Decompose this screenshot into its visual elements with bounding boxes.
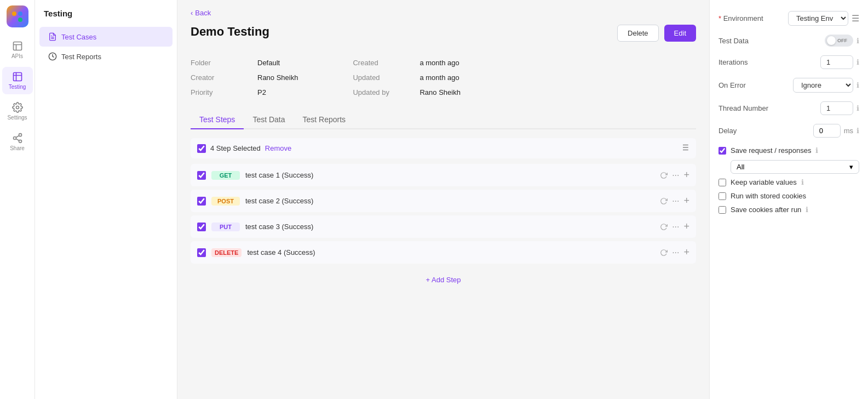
on-error-select[interactable]: Ignore [793,78,853,93]
delay-label: Delay [718,127,737,135]
thread-number-control: ℹ [820,101,859,115]
meta-label-updated-by: Updated by [353,87,413,98]
keep-variable-info-icon: ℹ [801,178,804,186]
back-arrow-icon: ‹ [191,9,193,17]
save-requests-dropdown[interactable]: All ▾ [731,160,859,174]
add-step-button[interactable]: + Add Step [191,267,696,293]
svg-point-4 [19,140,21,142]
delay-input[interactable] [813,124,841,138]
delay-info-icon: ℹ [856,127,859,135]
step-actions: ··· + [660,221,689,232]
table-row: GET test case 1 (Success) ··· + [191,164,696,186]
content-area: ‹ Back Demo Testing Delete Edit Folder D… [177,0,709,399]
test-data-info-icon: ℹ [856,37,859,45]
environment-select[interactable]: Testing Env [788,11,848,26]
save-cookies-info-icon: ℹ [806,206,808,214]
sort-icon[interactable] [680,142,689,154]
iterations-label: Iterations [718,58,748,66]
select-all-checkbox[interactable] [197,144,206,153]
steps-header-left: 4 Step Selected Remove [197,144,291,153]
nav-label-settings: Settings [7,115,27,121]
step-checkbox[interactable] [197,197,206,206]
logo-dot-1 [12,12,16,16]
sidebar-label-test-cases: Test Cases [61,33,96,41]
add-below-icon[interactable]: + [683,247,689,258]
refresh-icon[interactable] [660,197,668,205]
tab-test-reports[interactable]: Test Reports [294,111,355,129]
step-name: test case 4 (Success) [247,248,654,256]
test-data-toggle[interactable]: OFF [825,35,853,47]
nav-item-apis[interactable]: APIs [2,36,33,64]
more-options-icon[interactable]: ··· [672,170,679,180]
method-badge: GET [211,171,240,180]
save-cookies-checkbox[interactable] [718,206,726,214]
main-wrapper: ‹ Back Demo Testing Delete Edit Folder D… [177,0,868,399]
test-data-label: Test Data [718,37,749,45]
keep-variable-checkbox[interactable] [718,179,726,186]
environment-control: Testing Env ☰ [788,11,859,26]
add-below-icon[interactable]: + [683,221,689,232]
save-requests-option-row: All ▾ [731,160,859,174]
nav-item-testing[interactable]: Testing [2,67,33,94]
run-stored-cookies-checkbox[interactable] [718,192,726,200]
table-row: POST test case 2 (Success) ··· + [191,190,696,212]
save-cookies-row: Save cookies after run ℹ [718,206,859,214]
save-requests-section: Save request / responses ℹ All ▾ [718,146,859,174]
refresh-icon[interactable] [660,172,668,179]
dropdown-chevron-icon: ▾ [849,163,853,171]
sidebar-title: Testing [35,9,177,27]
svg-line-5 [16,139,19,140]
add-below-icon[interactable]: + [683,169,689,181]
iterations-input[interactable]: 1 [820,55,853,69]
thread-number-input[interactable] [820,101,853,115]
iterations-control: 1 ℹ [820,55,859,69]
save-requests-checkbox[interactable] [718,147,726,155]
save-requests-info-icon: ℹ [815,146,818,155]
step-checkbox[interactable] [197,171,206,180]
tab-test-steps[interactable]: Test Steps [191,111,244,129]
svg-point-1 [16,106,19,109]
delay-row: Delay ms ℹ [718,124,859,138]
more-options-icon[interactable]: ··· [672,196,679,206]
step-checkbox[interactable] [197,223,206,231]
more-options-icon[interactable]: ··· [672,222,679,232]
meta-left: Folder Default Creator Rano Sheikh Prior… [191,58,298,98]
page-title: Demo Testing [191,25,269,39]
save-requests-row: Save request / responses ℹ [718,146,859,155]
more-options-icon[interactable]: ··· [672,248,679,258]
keep-variable-label: Keep variable values [731,178,797,186]
delay-unit: ms [844,127,853,135]
thread-number-row: Thread Number ℹ [718,101,859,115]
method-badge: DELETE [211,248,242,257]
logo-dots [12,12,22,22]
selected-count: 4 Step Selected [210,144,261,152]
icon-nav: APIs Testing Settings Share [0,0,35,399]
refresh-icon[interactable] [660,249,668,256]
delete-button[interactable]: Delete [617,25,659,42]
nav-item-settings[interactable]: Settings [2,98,33,125]
step-name: test case 1 (Success) [245,171,654,179]
save-requests-label: Save request / responses [731,146,811,155]
sidebar-item-test-reports[interactable]: Test Reports [39,47,173,66]
step-checkbox[interactable] [197,248,206,257]
logo-dot-4 [18,18,22,22]
meta-value-updated: a month ago [419,72,460,83]
thread-number-label: Thread Number [718,104,768,112]
environment-menu-icon[interactable]: ☰ [852,13,859,24]
sidebar-item-test-cases[interactable]: Test Cases [39,27,173,47]
add-below-icon[interactable]: + [683,195,689,207]
action-buttons: Delete Edit [617,25,696,42]
nav-item-share[interactable]: Share [2,128,33,156]
meta-value-priority: P2 [257,87,298,98]
edit-button[interactable]: Edit [664,25,696,42]
remove-link[interactable]: Remove [265,144,291,152]
svg-line-6 [16,135,19,137]
run-stored-cookies-row: Run with stored cookies [718,192,859,200]
back-link[interactable]: ‹ Back [191,9,696,17]
on-error-info-icon: ℹ [856,81,859,89]
refresh-icon[interactable] [660,223,668,231]
tab-test-data[interactable]: Test Data [244,111,294,129]
meta-value-updated-by: Rano Sheikh [419,87,460,98]
keep-variable-row: Keep variable values ℹ [718,178,859,186]
test-data-row: Test Data OFF ℹ [718,35,859,47]
